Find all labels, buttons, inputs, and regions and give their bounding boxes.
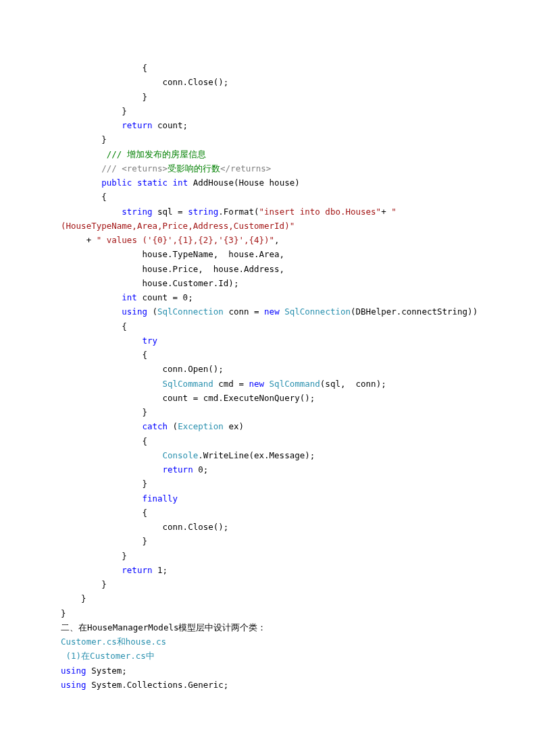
code-token: conn.Open(); — [163, 364, 224, 374]
code-token: { — [142, 350, 147, 360]
code-token: (HouseTypeName,Area,Price,Address,Custom… — [61, 221, 295, 231]
code-token: "insert into dbo.Houses" — [259, 207, 382, 217]
code-token: { — [142, 508, 147, 518]
code-token: } — [81, 593, 86, 603]
code-line: house.Customer.Id); — [61, 276, 474, 290]
code-token: using — [61, 666, 86, 676]
code-line: } — [61, 132, 474, 146]
code-token: using — [122, 306, 147, 317]
code-token: int — [122, 292, 137, 302]
code-line: finally — [61, 491, 474, 506]
code-token: conn.Close(); — [163, 77, 229, 87]
code-token: } — [142, 536, 147, 546]
code-token: } — [122, 106, 127, 116]
code-token: new — [249, 379, 264, 389]
code-token: + — [86, 235, 97, 245]
code-line: conn.Open(); — [61, 362, 474, 376]
code-token: catch — [142, 421, 168, 431]
code-line: catch (Exception ex) — [61, 419, 474, 433]
code-line: (1)在Customer.cs中 — [61, 649, 474, 663]
code-token: System; — [86, 666, 127, 676]
code-token: SqlConnection — [284, 306, 351, 317]
code-line: int count = 0; — [61, 290, 474, 304]
code-token: house.Price, house.Address, — [142, 264, 284, 274]
code-line: try — [61, 333, 474, 348]
code-token: ( — [168, 421, 178, 431]
code-line: house.TypeName, house.Area, — [61, 247, 474, 261]
code-token: int — [173, 178, 188, 188]
code-token: (1)在Customer.cs中 — [66, 651, 155, 661]
code-line: /// <returns>受影响的行数</returns> — [61, 161, 474, 176]
code-token: " — [391, 207, 397, 217]
code-token: try — [142, 335, 157, 346]
code-line: return 0; — [61, 462, 474, 477]
code-line: } — [61, 534, 474, 548]
code-line: } — [61, 90, 474, 104]
code-token: house.TypeName, house.Area, — [142, 249, 284, 259]
code-token: conn = — [224, 306, 264, 317]
code-line: conn.Close(); — [61, 520, 474, 534]
code-token: public — [101, 178, 132, 188]
code-token: finally — [142, 493, 178, 504]
code-token: cmd = — [213, 379, 249, 389]
code-token: count; — [152, 120, 188, 130]
code-line: { — [61, 506, 474, 520]
code-token: static — [137, 178, 168, 188]
code-token: 0; — [193, 464, 209, 475]
code-line: } — [61, 606, 474, 620]
code-line: (HouseTypeName,Area,Price,Address,Custom… — [61, 219, 474, 233]
code-token: string — [122, 207, 152, 217]
code-token: } — [61, 608, 66, 618]
code-token: (DBHelper.connectString)) — [351, 306, 478, 317]
code-line: Console.WriteLine(ex.Message); — [61, 448, 474, 462]
code-token: { — [142, 63, 147, 73]
code-token: { — [142, 436, 147, 446]
code-token: sql = — [152, 207, 188, 217]
code-line: string sql = string.Format("insert into … — [61, 205, 474, 219]
code-token: } — [142, 479, 147, 489]
code-line: SqlCommand cmd = new SqlCommand(sql, con… — [61, 377, 474, 391]
code-token: Customer.cs和house.cs — [61, 637, 166, 647]
code-token: house.Customer.Id); — [142, 278, 238, 288]
code-token: } — [101, 579, 107, 589]
code-token: .WriteLine(ex.Message); — [198, 450, 315, 460]
code-line: } — [61, 591, 474, 605]
code-token: conn.Close(); — [163, 522, 229, 532]
code-token: } — [142, 407, 147, 417]
code-token: } — [142, 92, 147, 102]
code-line: } — [61, 549, 474, 563]
code-token: (sql, conn); — [320, 379, 386, 389]
code-line: /// 增加发布的房屋信息 — [61, 147, 474, 161]
code-block: { conn.Close(); } } return count; } /// … — [61, 61, 474, 692]
code-token: } — [101, 134, 107, 144]
code-line: house.Price, house.Address, — [61, 262, 474, 276]
code-token: } — [122, 551, 127, 561]
code-token: SqlConnection — [157, 306, 224, 317]
code-token: ( — [147, 306, 157, 317]
code-token — [168, 178, 173, 188]
code-token: .Format( — [218, 207, 259, 217]
code-line: } — [61, 104, 474, 118]
code-token: return — [122, 565, 152, 575]
code-token: { — [122, 321, 127, 331]
code-token: return — [122, 120, 152, 130]
code-line: { — [61, 434, 474, 448]
code-line: Customer.cs和house.cs — [61, 634, 474, 649]
code-token: AddHouse(House house) — [188, 178, 300, 188]
code-line: { — [61, 61, 474, 75]
code-token — [132, 178, 137, 188]
code-line: public static int AddHouse(House house) — [61, 176, 474, 190]
code-line: return count; — [61, 118, 474, 132]
code-token: { — [101, 192, 107, 202]
code-token: ex) — [224, 421, 244, 431]
code-token: using — [61, 680, 86, 690]
code-token: count = cmd.ExecuteNonQuery(); — [163, 393, 315, 403]
code-token: count = 0; — [137, 292, 193, 302]
code-line: count = cmd.ExecuteNonQuery(); — [61, 391, 474, 405]
code-token: </returns> — [220, 163, 271, 173]
code-token: /// 增加发布的房屋信息 — [107, 149, 206, 159]
code-token: string — [188, 207, 218, 217]
code-line: conn.Close(); — [61, 75, 474, 89]
code-line: + " values ('{0}',{1},{2},'{3}',{4})", — [61, 233, 474, 247]
code-line: { — [61, 319, 474, 333]
